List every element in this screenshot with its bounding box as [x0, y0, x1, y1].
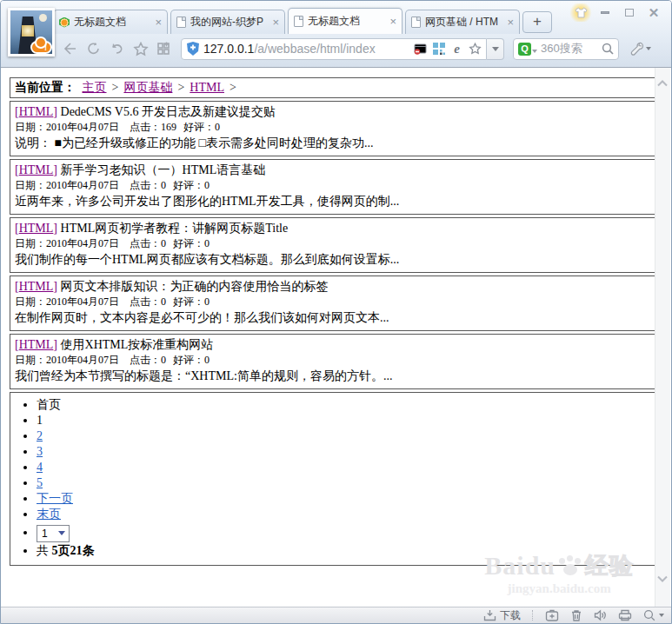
category-link[interactable]: HTML	[19, 338, 54, 351]
bookmark-star-icon[interactable]	[469, 43, 482, 56]
browser-tab[interactable]: 无标题文档 ×	[288, 8, 403, 34]
breadcrumb-links: 主页>网页基础>HTML>	[79, 81, 238, 94]
browser-tab[interactable]: 无标题文档 ×	[53, 10, 168, 34]
tab-close-icon[interactable]: ×	[272, 16, 279, 29]
breadcrumb-label: 当前位置：	[15, 81, 76, 94]
cloud-alert-icon	[32, 43, 50, 52]
article-item: [HTML] 新手学习老知识（一）HTML语言基础 日期：2010年04月07日…	[10, 159, 658, 215]
article-meta: 日期：2010年04月07日点击：169好评：0	[15, 120, 653, 135]
search-box[interactable]: Q 360搜索	[513, 38, 619, 60]
compatibility-mode-icon[interactable]: e	[450, 43, 463, 56]
tab-close-icon[interactable]: ×	[155, 16, 162, 29]
page-select-dropdown[interactable]: 1	[37, 525, 70, 542]
breadcrumb-separator: >	[230, 81, 236, 94]
tab-title: 我的网站-织梦P	[190, 15, 269, 30]
popup-blocked-icon[interactable]	[414, 43, 427, 56]
speaker-icon[interactable]	[594, 609, 607, 621]
refresh-icon[interactable]	[82, 37, 105, 60]
tab-close-icon[interactable]: ×	[389, 15, 396, 28]
moon-shape	[39, 14, 47, 22]
scrollbar[interactable]	[655, 68, 670, 607]
statusbar-divider	[532, 610, 534, 621]
undo-icon[interactable]	[105, 37, 129, 60]
favorites-star-icon[interactable]	[129, 37, 152, 60]
new-tab-button[interactable]: +	[522, 11, 552, 33]
article-description: 近两年来，许多公司开发出了图形化的HTML开发工具，使得网页的制...	[15, 193, 653, 210]
page-select-value: 1	[37, 523, 58, 544]
search-engine-caret-icon[interactable]	[532, 50, 537, 53]
article-item: [HTML] HTML网页初学者教程：讲解网页标题Title 日期：2010年0…	[10, 217, 658, 273]
category-link[interactable]: HTML	[19, 163, 54, 176]
trash-icon[interactable]	[570, 609, 582, 621]
scroll-down-icon[interactable]	[657, 570, 668, 577]
url-history-dropdown[interactable]	[487, 38, 504, 60]
status-bar: 下载	[1, 607, 671, 623]
back-icon[interactable]	[58, 37, 82, 60]
breadcrumb-link[interactable]: 网页基础	[123, 81, 172, 94]
download-label: 下载	[500, 608, 521, 623]
minimize-button[interactable]	[593, 3, 617, 22]
article-title: [HTML] 网页文本排版知识：为正确的内容使用恰当的标签	[15, 278, 653, 295]
site-shield-icon[interactable]	[186, 43, 199, 56]
skin-theme-button[interactable]	[569, 3, 593, 22]
article-clicks: 0	[161, 354, 166, 366]
chevron-down-icon	[659, 614, 664, 617]
scroll-up-icon[interactable]	[657, 75, 668, 82]
breadcrumb-link[interactable]: 主页	[83, 81, 107, 94]
watermark-url: jingyan.baidu.com	[484, 581, 634, 596]
watermark-brand: Baidu 经验	[484, 550, 634, 581]
category-link[interactable]: HTML	[19, 222, 54, 235]
article-rating: 0	[204, 354, 210, 366]
category-link[interactable]: HTML	[19, 105, 54, 118]
article-meta: 日期：2010年04月07日点击：0好评：0	[15, 353, 653, 368]
page-link[interactable]: 2	[37, 429, 43, 442]
page-link[interactable]: 5	[37, 476, 43, 489]
page-link[interactable]: 下一页	[37, 492, 73, 505]
close-button[interactable]: ✕	[642, 3, 666, 22]
article-list: [HTML] DedeCMS V5.6 开发日志及新建议提交贴 日期：2010年…	[2, 101, 670, 389]
url-text[interactable]: 127.0.0.1/a/webbase/html/index	[203, 42, 414, 56]
search-input[interactable]: 360搜索	[541, 41, 601, 56]
search-magnifier-icon[interactable]	[601, 43, 614, 56]
page-link[interactable]: 4	[37, 461, 43, 474]
article-rating: 0	[204, 179, 210, 191]
restore-button[interactable]	[617, 3, 642, 22]
tools-wrench-icon[interactable]	[629, 42, 651, 56]
page-link[interactable]: 末页	[37, 508, 61, 521]
qr-code-icon[interactable]	[432, 43, 445, 56]
pagination-item: 末页	[37, 507, 657, 522]
tab-title: 无标题文档	[74, 15, 152, 30]
printer-icon[interactable]	[618, 609, 632, 621]
article-title: [HTML] DedeCMS V5.6 开发日志及新建议提交贴	[15, 103, 653, 120]
url-bar-icons: e	[414, 43, 482, 56]
article-meta: 日期：2010年04月07日点击：0好评：0	[15, 295, 653, 309]
breadcrumb-separator: >	[112, 81, 119, 94]
pagination: 首页12345下一页末页1共 5页21条	[10, 392, 658, 566]
article-title-text: HTML网页初学者教程：讲解网页标题Title	[61, 222, 289, 235]
article-date: 2010年04月07日	[46, 237, 119, 249]
article-clicks: 169	[161, 121, 176, 133]
page-link[interactable]: 3	[37, 445, 43, 458]
article-title-text: 网页文本排版知识：为正确的内容使用恰当的标签	[61, 280, 329, 293]
tab-close-icon[interactable]: ×	[507, 16, 514, 29]
article-description: 我们曾经为本节撰写的标题是：“XHTML:简单的规则，容易的方针。...	[15, 368, 653, 385]
browser-tab[interactable]: 网页基础 / HTM ×	[405, 10, 520, 34]
category-link[interactable]: HTML	[19, 280, 54, 293]
zoom-level-button[interactable]	[643, 609, 664, 621]
page-icon	[411, 17, 421, 28]
360-search-logo-icon[interactable]: Q	[518, 43, 531, 56]
url-bar[interactable]: 127.0.0.1/a/webbase/html/index e	[181, 38, 487, 60]
article-date: 2010年04月07日	[46, 121, 119, 133]
lighthouse-lantern-shape	[22, 25, 34, 37]
exclamation-mark: !	[44, 43, 47, 52]
article-description: 在制作网页时，文本内容是必不可少的！那么我们该如何对网页文本...	[15, 309, 653, 327]
lighthouse-thumbnail[interactable]: !	[8, 8, 55, 56]
breadcrumb-link[interactable]: HTML	[190, 81, 224, 94]
article-category-tag: [HTML]	[15, 163, 61, 176]
first-aid-kit-icon[interactable]	[545, 609, 559, 621]
download-button[interactable]: 下载	[483, 608, 521, 623]
article-title: [HTML] 新手学习老知识（一）HTML语言基础	[15, 162, 653, 178]
apps-grid-icon[interactable]	[152, 37, 176, 60]
browser-tab[interactable]: 我的网站-织梦P ×	[170, 10, 285, 34]
url-path: /a/webbase/html/index	[254, 42, 375, 56]
